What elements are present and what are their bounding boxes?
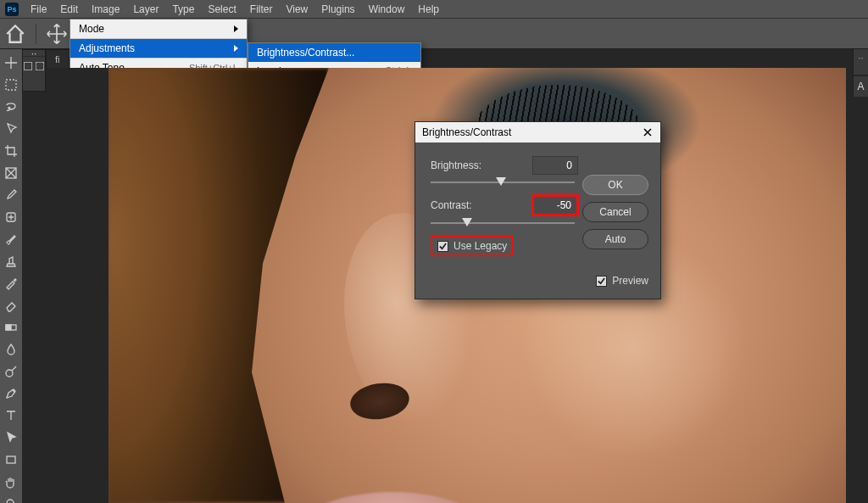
close-icon: [643, 128, 652, 137]
submenu-bc-label: Brightness/Contrast...: [257, 47, 354, 59]
menu-mode-label: Mode: [79, 23, 104, 35]
menu-image[interactable]: Image: [85, 0, 126, 19]
menu-adjustments[interactable]: Adjustments: [70, 39, 247, 59]
brightness-contrast-dialog: Brightness/Contrast Brightness: Contrast…: [415, 121, 661, 299]
path-select-tool[interactable]: [2, 429, 20, 446]
dialog-button-column: OK Cancel Auto: [582, 175, 648, 249]
home-icon: [4, 23, 26, 45]
submenu-brightness-contrast[interactable]: Brightness/Contrast...: [248, 43, 420, 62]
tool-strip: [0, 49, 22, 503]
contrast-slider[interactable]: [431, 222, 575, 224]
preview-checkbox[interactable]: Preview: [596, 275, 648, 287]
svg-rect-4: [6, 325, 11, 330]
auto-button[interactable]: Auto: [582, 229, 648, 249]
brightness-slider[interactable]: [431, 182, 575, 183]
move-tool[interactable]: [2, 54, 20, 71]
type-tool[interactable]: [2, 407, 20, 424]
dodge-tool[interactable]: [2, 363, 20, 380]
use-legacy-checkbox[interactable]: Use Legacy: [431, 236, 514, 256]
cancel-button[interactable]: Cancel: [582, 202, 648, 222]
frame-tool[interactable]: [2, 165, 20, 182]
menu-file[interactable]: File: [24, 0, 53, 19]
arrows-icon: [46, 23, 68, 45]
checkbox-icon: [437, 241, 448, 252]
app-logo: Ps: [5, 3, 19, 16]
dashed-square-icon: [36, 62, 44, 70]
collapsed-panel-right-char[interactable]: A: [853, 76, 868, 97]
panel-grip-icon: ··: [858, 52, 864, 64]
eyedropper-tool[interactable]: [2, 187, 20, 204]
svg-point-7: [7, 500, 14, 503]
zoom-tool[interactable]: [2, 495, 20, 503]
svg-rect-6: [7, 456, 15, 463]
svg-point-5: [6, 370, 13, 377]
dialog-title-bar[interactable]: Brightness/Contrast: [415, 122, 660, 143]
menu-edit[interactable]: Edit: [53, 0, 85, 19]
character-panel-icon: A: [857, 81, 864, 92]
hand-tool[interactable]: [2, 473, 20, 490]
menu-type[interactable]: Type: [165, 0, 201, 19]
slider-thumb-icon[interactable]: [496, 177, 506, 186]
contrast-label: Contrast:: [431, 199, 524, 211]
crop-tool[interactable]: [2, 143, 20, 159]
healing-brush-tool[interactable]: [2, 209, 20, 226]
menu-help[interactable]: Help: [411, 0, 446, 19]
quick-select-tool[interactable]: [2, 120, 20, 137]
menu-select[interactable]: Select: [201, 0, 242, 19]
home-button[interactable]: [3, 22, 27, 46]
menu-adjustments-label: Adjustments: [79, 42, 135, 54]
use-legacy-label: Use Legacy: [453, 240, 507, 252]
document-tab[interactable]: fi: [46, 49, 70, 68]
separator: [36, 24, 36, 44]
marquee-tool[interactable]: [2, 76, 20, 93]
move-cursor-icon[interactable]: [45, 22, 69, 46]
menu-window[interactable]: Window: [362, 0, 412, 19]
menu-bar: Ps File Edit Image Layer Type Select Fil…: [0, 0, 868, 19]
pen-tool[interactable]: [2, 385, 20, 402]
blur-tool[interactable]: [2, 341, 20, 358]
menu-layer[interactable]: Layer: [126, 0, 165, 19]
history-brush-tool[interactable]: [2, 275, 20, 292]
dialog-title: Brightness/Contrast: [422, 126, 511, 138]
brush-tool[interactable]: [2, 231, 20, 248]
eraser-tool[interactable]: [2, 297, 20, 314]
contrast-input[interactable]: [532, 195, 578, 215]
brightness-input[interactable]: [532, 156, 578, 175]
square-icon: [24, 62, 32, 70]
clone-stamp-tool[interactable]: [2, 253, 20, 270]
preview-label: Preview: [612, 275, 648, 287]
panel-grip-icon: ··: [23, 50, 45, 57]
collapsed-panel-left[interactable]: ··: [22, 49, 46, 92]
chevron-right-icon: [234, 45, 238, 52]
menu-view[interactable]: View: [279, 0, 314, 19]
lasso-tool[interactable]: [2, 98, 20, 115]
ok-button[interactable]: OK: [582, 175, 648, 195]
brightness-label: Brightness:: [431, 159, 524, 171]
menu-filter[interactable]: Filter: [243, 0, 280, 19]
chevron-right-icon: [234, 25, 238, 32]
collapsed-panel-right-top[interactable]: ··: [853, 49, 868, 75]
rectangle-tool[interactable]: [2, 451, 20, 468]
gradient-tool[interactable]: [2, 319, 20, 336]
checkbox-icon: [596, 276, 607, 287]
menu-mode[interactable]: Mode: [70, 20, 247, 39]
menu-plugins[interactable]: Plugins: [314, 0, 361, 19]
slider-thumb-icon[interactable]: [462, 218, 472, 226]
svg-rect-0: [6, 80, 16, 90]
dialog-close-button[interactable]: [642, 126, 654, 138]
